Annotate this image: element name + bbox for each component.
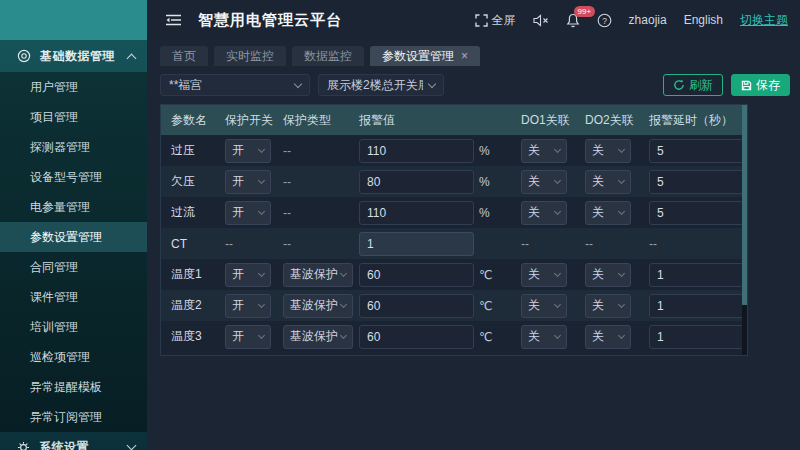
alarm-delay-input[interactable]	[649, 170, 748, 194]
alarm-delay-input[interactable]	[649, 263, 748, 287]
do1-select-value: 关	[528, 328, 555, 345]
page-title: 智慧用电管理云平台	[198, 11, 342, 30]
do1-select[interactable]: 关	[521, 263, 567, 287]
sidebar-item[interactable]: 课件管理	[0, 282, 147, 312]
alarm-delay-input[interactable]	[649, 201, 748, 225]
do1-select[interactable]: 关	[521, 139, 567, 163]
protect-switch-select[interactable]: 开	[225, 201, 271, 225]
tab[interactable]: 首页	[160, 46, 208, 66]
sidebar-item[interactable]: 合同管理	[0, 252, 147, 282]
alarm-value-input[interactable]	[359, 232, 474, 256]
sidebar-item[interactable]: 用户管理	[0, 72, 147, 102]
top-header: 智慧用电管理云平台 全屏 99+ ? zhaojia English	[147, 0, 800, 40]
collapse-menu-icon[interactable]	[165, 13, 182, 27]
help-icon[interactable]: ?	[597, 13, 612, 28]
tab[interactable]: 参数设置管理×	[370, 46, 480, 66]
vertical-scrollbar[interactable]	[742, 105, 747, 355]
column-header: 参数名	[171, 112, 225, 129]
chevron-up-icon	[127, 53, 137, 63]
protect-switch-select[interactable]: 开	[225, 325, 271, 349]
refresh-button[interactable]: 刷新	[663, 74, 723, 96]
alarm-delay-input[interactable]	[649, 294, 748, 318]
table-body: 过压开--%关关欠压开--%关关过流开--%关关CT----------温度1开…	[161, 135, 747, 352]
sidebar-group-basic-data[interactable]: 基础数据管理	[0, 40, 147, 72]
notifications-button[interactable]: 99+	[566, 13, 580, 28]
sidebar-item[interactable]: 培训管理	[0, 312, 147, 342]
save-button[interactable]: 保存	[731, 74, 790, 96]
sidebar-group-system-settings[interactable]: 系统设置	[0, 432, 147, 450]
language-switch[interactable]: English	[684, 13, 723, 27]
do2-empty: --	[585, 237, 649, 251]
param-name: CT	[171, 237, 225, 251]
chevron-down-icon	[340, 270, 347, 277]
do1-select-value: 关	[528, 142, 555, 159]
table-row: 温度2开基波保护℃关关	[161, 290, 747, 321]
do2-select[interactable]: 关	[585, 325, 631, 349]
chevron-down-icon	[294, 80, 302, 88]
chevron-down-icon	[127, 441, 137, 450]
alarm-value-input[interactable]	[359, 170, 474, 194]
refresh-icon	[673, 79, 685, 91]
alarm-delay-input[interactable]	[649, 139, 748, 163]
sidebar-item[interactable]: 设备型号管理	[0, 162, 147, 192]
protect-type-select[interactable]: 基波保护	[283, 263, 353, 287]
do2-select[interactable]: 关	[585, 294, 631, 318]
alarm-value-input[interactable]	[359, 201, 474, 225]
protect-type-select[interactable]: 基波保护	[283, 294, 353, 318]
alarm-unit-label: ℃	[479, 330, 492, 344]
tab[interactable]: 实时监控	[214, 46, 286, 66]
param-name: 温度1	[171, 266, 225, 283]
alarm-value-input[interactable]	[359, 263, 474, 287]
alarm-value-input[interactable]	[359, 325, 474, 349]
do1-select[interactable]: 关	[521, 294, 567, 318]
sidebar-item[interactable]: 参数设置管理	[0, 222, 147, 252]
chevron-down-icon	[618, 177, 625, 184]
do2-select[interactable]: 关	[585, 201, 631, 225]
chevron-down-icon	[340, 332, 347, 339]
alarm-unit-label: %	[479, 175, 490, 189]
theme-toggle-link[interactable]: 切换主题	[740, 12, 788, 29]
sidebar-item[interactable]: 异常订阅管理	[0, 402, 147, 432]
protect-switch-select[interactable]: 开	[225, 263, 271, 287]
chevron-down-icon	[618, 332, 625, 339]
protect-type-select[interactable]: 基波保护	[283, 325, 353, 349]
param-name: 过流	[171, 204, 225, 221]
sidebar-item[interactable]: 巡检项管理	[0, 342, 147, 372]
sidebar-item[interactable]: 电参量管理	[0, 192, 147, 222]
column-header: 保护开关	[225, 112, 283, 129]
sidebar-item[interactable]: 异常提醒模板	[0, 372, 147, 402]
protect-switch-select[interactable]: 开	[225, 139, 271, 163]
device-select[interactable]: 展示楼2楼总开关展示...	[318, 74, 444, 96]
do1-select-value: 关	[528, 173, 555, 190]
do2-select[interactable]: 关	[585, 170, 631, 194]
protect-switch-select[interactable]: 开	[225, 294, 271, 318]
tab[interactable]: 数据监控	[292, 46, 364, 66]
sidebar-item[interactable]: 项目管理	[0, 102, 147, 132]
alarm-value-input[interactable]	[359, 139, 474, 163]
do1-select[interactable]: 关	[521, 201, 567, 225]
alarm-delay-input[interactable]	[649, 325, 748, 349]
do1-select[interactable]: 关	[521, 325, 567, 349]
fullscreen-button[interactable]: 全屏	[475, 12, 516, 29]
close-tab-icon[interactable]: ×	[461, 49, 468, 63]
alarm-value-input[interactable]	[359, 294, 474, 318]
do1-select[interactable]: 关	[521, 170, 567, 194]
protect-switch-select[interactable]: 开	[225, 170, 271, 194]
alarm-unit-label: %	[479, 144, 490, 158]
protect-type-empty: --	[283, 206, 359, 220]
chevron-down-icon	[618, 270, 625, 277]
username[interactable]: zhaojia	[629, 13, 667, 27]
mute-icon[interactable]	[533, 14, 549, 27]
do1-select-value: 关	[528, 266, 555, 283]
alarm-unit-label: ℃	[479, 299, 492, 313]
database-circle-icon	[17, 49, 31, 63]
do2-select[interactable]: 关	[585, 263, 631, 287]
sidebar-item[interactable]: 探测器管理	[0, 132, 147, 162]
protect-type-empty: --	[283, 237, 359, 251]
fullscreen-icon	[475, 14, 488, 27]
table-row: 温度1开基波保护℃关关	[161, 259, 747, 290]
do2-select[interactable]: 关	[585, 139, 631, 163]
protect-switch-select-value: 开	[232, 297, 259, 314]
project-select[interactable]: **福宫	[160, 74, 310, 96]
scrollbar-thumb[interactable]	[742, 105, 747, 305]
